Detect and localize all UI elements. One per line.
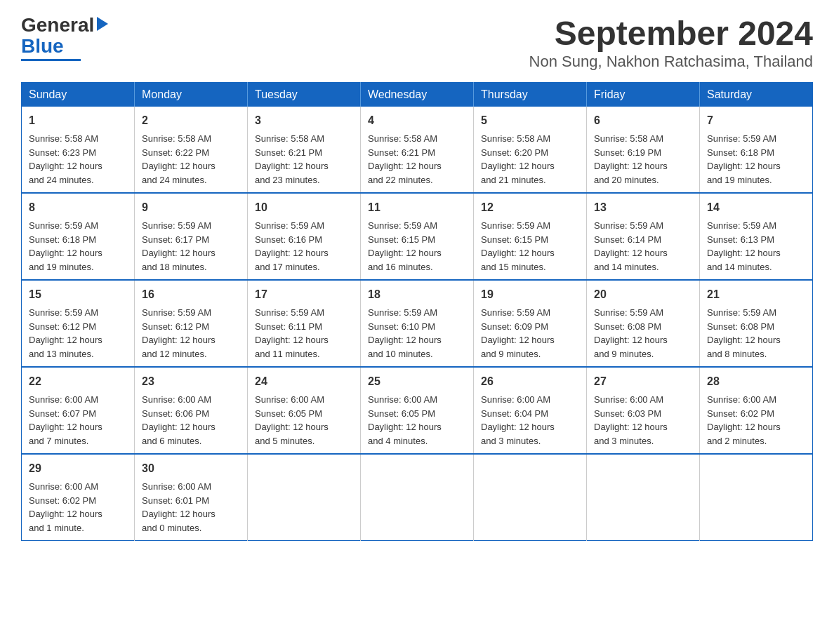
cell-info: Sunrise: 6:00 AMSunset: 6:04 PMDaylight:… — [481, 394, 555, 446]
logo: General Blue — [21, 14, 110, 61]
cell-info: Sunrise: 5:59 AMSunset: 6:08 PMDaylight:… — [594, 307, 668, 359]
day-number: 17 — [255, 286, 353, 303]
calendar-cell: 21 Sunrise: 5:59 AMSunset: 6:08 PMDaylig… — [700, 280, 813, 367]
cell-info: Sunrise: 5:58 AMSunset: 6:21 PMDaylight:… — [368, 133, 442, 185]
calendar-cell: 17 Sunrise: 5:59 AMSunset: 6:11 PMDaylig… — [248, 280, 361, 367]
cell-info: Sunrise: 5:59 AMSunset: 6:13 PMDaylight:… — [707, 220, 781, 272]
day-number: 19 — [481, 286, 579, 303]
day-number: 26 — [481, 373, 579, 390]
calendar-cell: 27 Sunrise: 6:00 AMSunset: 6:03 PMDaylig… — [587, 367, 700, 454]
calendar-cell: 29 Sunrise: 6:00 AMSunset: 6:02 PMDaylig… — [22, 454, 135, 541]
calendar-cell: 13 Sunrise: 5:59 AMSunset: 6:14 PMDaylig… — [587, 193, 700, 280]
svg-marker-0 — [97, 17, 108, 31]
logo-underline — [21, 59, 81, 61]
day-number: 28 — [707, 373, 805, 390]
cell-info: Sunrise: 5:59 AMSunset: 6:10 PMDaylight:… — [368, 307, 442, 359]
day-number: 5 — [481, 112, 579, 129]
calendar-cell: 19 Sunrise: 5:59 AMSunset: 6:09 PMDaylig… — [474, 280, 587, 367]
col-wednesday: Wednesday — [361, 83, 474, 107]
logo-text-general: General — [21, 15, 94, 35]
day-number: 9 — [142, 199, 240, 216]
page: General Blue September 2024 Non Sung, Na… — [0, 0, 834, 555]
calendar-subtitle: Non Sung, Nakhon Ratchasima, Thailand — [529, 53, 813, 71]
cell-info: Sunrise: 5:59 AMSunset: 6:12 PMDaylight:… — [29, 307, 102, 359]
calendar-cell: 7 Sunrise: 5:59 AMSunset: 6:18 PMDayligh… — [700, 107, 813, 193]
calendar-cell — [700, 454, 813, 541]
calendar-body: 1 Sunrise: 5:58 AMSunset: 6:23 PMDayligh… — [22, 107, 813, 541]
day-number: 21 — [707, 286, 805, 303]
day-number: 12 — [481, 199, 579, 216]
col-monday: Monday — [135, 83, 248, 107]
calendar-cell — [587, 454, 700, 541]
col-saturday: Saturday — [700, 83, 813, 107]
day-number: 13 — [594, 199, 692, 216]
day-number: 4 — [368, 112, 466, 129]
day-number: 14 — [707, 199, 805, 216]
calendar-cell: 16 Sunrise: 5:59 AMSunset: 6:12 PMDaylig… — [135, 280, 248, 367]
col-friday: Friday — [587, 83, 700, 107]
cell-info: Sunrise: 5:59 AMSunset: 6:08 PMDaylight:… — [707, 307, 781, 359]
logo-text-blue: Blue — [21, 35, 64, 58]
header: General Blue September 2024 Non Sung, Na… — [21, 14, 813, 71]
calendar-cell — [474, 454, 587, 541]
day-number: 24 — [255, 373, 353, 390]
cell-info: Sunrise: 5:58 AMSunset: 6:22 PMDaylight:… — [142, 133, 216, 185]
day-number: 15 — [29, 286, 127, 303]
day-number: 1 — [29, 112, 127, 129]
calendar-cell: 4 Sunrise: 5:58 AMSunset: 6:21 PMDayligh… — [361, 107, 474, 193]
cell-info: Sunrise: 6:00 AMSunset: 6:03 PMDaylight:… — [594, 394, 668, 446]
calendar-week-row: 1 Sunrise: 5:58 AMSunset: 6:23 PMDayligh… — [22, 107, 813, 193]
calendar-cell: 25 Sunrise: 6:00 AMSunset: 6:05 PMDaylig… — [361, 367, 474, 454]
day-number: 8 — [29, 199, 127, 216]
calendar-week-row: 29 Sunrise: 6:00 AMSunset: 6:02 PMDaylig… — [22, 454, 813, 541]
calendar-cell: 18 Sunrise: 5:59 AMSunset: 6:10 PMDaylig… — [361, 280, 474, 367]
cell-info: Sunrise: 5:59 AMSunset: 6:15 PMDaylight:… — [368, 220, 442, 272]
calendar-cell: 15 Sunrise: 5:59 AMSunset: 6:12 PMDaylig… — [22, 280, 135, 367]
cell-info: Sunrise: 5:59 AMSunset: 6:17 PMDaylight:… — [142, 220, 216, 272]
day-number: 20 — [594, 286, 692, 303]
calendar-cell: 26 Sunrise: 6:00 AMSunset: 6:04 PMDaylig… — [474, 367, 587, 454]
calendar-cell: 12 Sunrise: 5:59 AMSunset: 6:15 PMDaylig… — [474, 193, 587, 280]
calendar-cell: 14 Sunrise: 5:59 AMSunset: 6:13 PMDaylig… — [700, 193, 813, 280]
col-thursday: Thursday — [474, 83, 587, 107]
calendar-cell: 11 Sunrise: 5:59 AMSunset: 6:15 PMDaylig… — [361, 193, 474, 280]
calendar-cell: 10 Sunrise: 5:59 AMSunset: 6:16 PMDaylig… — [248, 193, 361, 280]
calendar-cell — [361, 454, 474, 541]
cell-info: Sunrise: 5:59 AMSunset: 6:15 PMDaylight:… — [481, 220, 555, 272]
cell-info: Sunrise: 6:00 AMSunset: 6:01 PMDaylight:… — [142, 481, 216, 533]
calendar-cell: 30 Sunrise: 6:00 AMSunset: 6:01 PMDaylig… — [135, 454, 248, 541]
calendar-table: Sunday Monday Tuesday Wednesday Thursday… — [21, 82, 813, 541]
logo-triangle-icon — [94, 14, 110, 34]
calendar-cell: 8 Sunrise: 5:59 AMSunset: 6:18 PMDayligh… — [22, 193, 135, 280]
calendar-cell: 22 Sunrise: 6:00 AMSunset: 6:07 PMDaylig… — [22, 367, 135, 454]
title-block: September 2024 Non Sung, Nakhon Ratchasi… — [529, 14, 813, 71]
cell-info: Sunrise: 6:00 AMSunset: 6:05 PMDaylight:… — [368, 394, 442, 446]
calendar-cell — [248, 454, 361, 541]
day-number: 25 — [368, 373, 466, 390]
calendar-week-row: 22 Sunrise: 6:00 AMSunset: 6:07 PMDaylig… — [22, 367, 813, 454]
cell-info: Sunrise: 5:59 AMSunset: 6:18 PMDaylight:… — [707, 133, 781, 185]
cell-info: Sunrise: 5:59 AMSunset: 6:09 PMDaylight:… — [481, 307, 555, 359]
cell-info: Sunrise: 5:58 AMSunset: 6:20 PMDaylight:… — [481, 133, 555, 185]
day-number: 2 — [142, 112, 240, 129]
calendar-cell: 6 Sunrise: 5:58 AMSunset: 6:19 PMDayligh… — [587, 107, 700, 193]
day-number: 29 — [29, 460, 127, 477]
day-number: 22 — [29, 373, 127, 390]
calendar-cell: 2 Sunrise: 5:58 AMSunset: 6:22 PMDayligh… — [135, 107, 248, 193]
calendar-title: September 2024 — [529, 14, 813, 53]
cell-info: Sunrise: 6:00 AMSunset: 6:06 PMDaylight:… — [142, 394, 216, 446]
cell-info: Sunrise: 6:00 AMSunset: 6:02 PMDaylight:… — [29, 481, 102, 533]
calendar-cell: 9 Sunrise: 5:59 AMSunset: 6:17 PMDayligh… — [135, 193, 248, 280]
cell-info: Sunrise: 5:59 AMSunset: 6:11 PMDaylight:… — [255, 307, 329, 359]
cell-info: Sunrise: 6:00 AMSunset: 6:07 PMDaylight:… — [29, 394, 102, 446]
day-number: 7 — [707, 112, 805, 129]
day-number: 3 — [255, 112, 353, 129]
cell-info: Sunrise: 5:58 AMSunset: 6:21 PMDaylight:… — [255, 133, 329, 185]
cell-info: Sunrise: 6:00 AMSunset: 6:05 PMDaylight:… — [255, 394, 329, 446]
calendar-week-row: 8 Sunrise: 5:59 AMSunset: 6:18 PMDayligh… — [22, 193, 813, 280]
cell-info: Sunrise: 6:00 AMSunset: 6:02 PMDaylight:… — [707, 394, 781, 446]
day-number: 18 — [368, 286, 466, 303]
cell-info: Sunrise: 5:59 AMSunset: 6:16 PMDaylight:… — [255, 220, 329, 272]
cell-info: Sunrise: 5:58 AMSunset: 6:19 PMDaylight:… — [594, 133, 668, 185]
cell-info: Sunrise: 5:59 AMSunset: 6:18 PMDaylight:… — [29, 220, 102, 272]
